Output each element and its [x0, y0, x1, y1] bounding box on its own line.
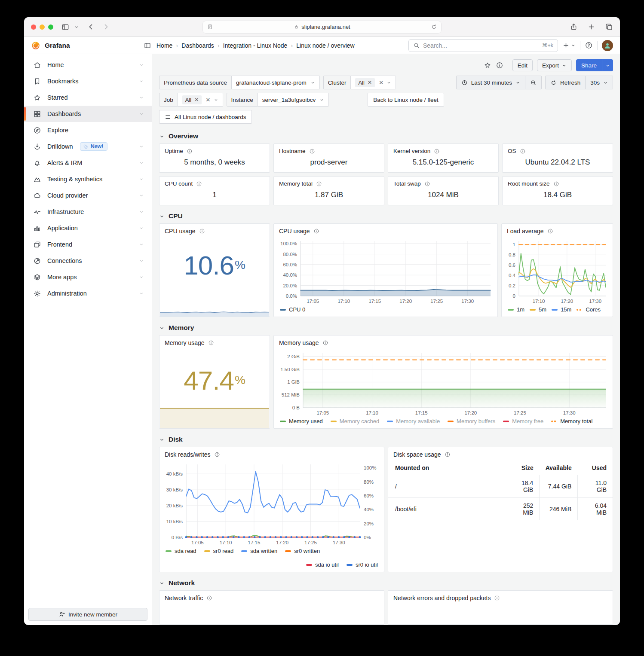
datasource-value[interactable]: grafanacloud-sliplane-prom [232, 76, 320, 89]
sidebar-item-administration[interactable]: Administration [24, 285, 152, 302]
legend-item-1m[interactable]: 1m [508, 306, 524, 313]
info-icon[interactable] [208, 340, 214, 346]
network-traffic-panel[interactable]: Network traffic [159, 590, 384, 625]
stat-panel-cpu-count[interactable]: CPU count1 [159, 176, 270, 205]
sidebar-item-cloud-provider[interactable]: Cloud provider [24, 187, 152, 204]
legend-item-cpu-0[interactable]: CPU 0 [280, 306, 305, 313]
refresh-button[interactable]: Refresh [546, 76, 585, 89]
info-icon[interactable] [494, 595, 500, 601]
legend-item-15m[interactable]: 15m [552, 306, 571, 313]
legend-item-memory-used[interactable]: Memory used [280, 418, 323, 424]
brand-name[interactable]: Grafana [45, 42, 70, 49]
chevron-down-icon[interactable] [139, 258, 144, 263]
export-button[interactable]: Export [537, 59, 572, 71]
section-overview[interactable]: Overview [159, 132, 613, 140]
sidebar-item-testing-synthetics[interactable]: Testing & synthetics [24, 171, 152, 187]
stat-panel-hostname[interactable]: Hostnameprod-server [273, 143, 384, 173]
info-icon[interactable] [547, 228, 553, 234]
sidebar-item-drilldown[interactable]: DrilldownNew! [24, 138, 152, 155]
all-dashboards-button[interactable]: All Linux node / dashboards [159, 110, 252, 124]
legend-item-sr0-written[interactable]: sr0 written [285, 548, 320, 554]
chevron-down-icon[interactable] [139, 209, 144, 214]
user-avatar[interactable] [602, 40, 613, 51]
info-icon[interactable] [309, 148, 315, 154]
job-value[interactable]: All✕ ✕ [178, 93, 223, 107]
breadcrumb-item-integration-linux-node[interactable]: Integration - Linux Node [223, 42, 287, 49]
tab-overview-icon[interactable] [605, 23, 613, 31]
chevron-down-icon[interactable] [139, 226, 144, 231]
add-new-button[interactable] [562, 42, 576, 49]
sidebar-item-explore[interactable]: Explore [24, 122, 152, 138]
share-dropdown-button[interactable] [602, 59, 613, 71]
table-header-used[interactable]: Used [578, 461, 613, 475]
chevron-down-icon[interactable] [139, 291, 144, 296]
sidebar-item-home[interactable]: Home [24, 57, 152, 73]
info-icon[interactable] [313, 228, 319, 234]
section-disk[interactable]: Disk [159, 436, 613, 443]
help-icon[interactable] [585, 41, 593, 49]
remove-tag-icon[interactable]: ✕ [368, 79, 372, 85]
legend-item-sr0-io-util[interactable]: sr0 io util [347, 561, 378, 568]
stat-panel-uptime[interactable]: Uptime5 months, 0 weeks [159, 143, 270, 173]
sidebar-item-connections[interactable]: Connections [24, 253, 152, 269]
sidebar-item-infrastructure[interactable]: Infrastructure [24, 204, 152, 220]
info-icon[interactable] [553, 181, 559, 187]
info-icon[interactable] [520, 148, 526, 154]
legend-item-cores[interactable]: Cores [577, 306, 601, 313]
refresh-interval-picker[interactable]: 30s [585, 76, 613, 89]
chevron-down-icon[interactable] [139, 275, 144, 280]
search-input[interactable] [423, 42, 539, 49]
legend-item-sr0-read[interactable]: sr0 read [204, 548, 234, 554]
chevron-down-icon[interactable] [139, 160, 144, 165]
disk-space-usage-panel[interactable]: Disk space usage Mounted onSizeAvailable… [388, 447, 613, 572]
info-icon[interactable] [206, 595, 212, 601]
sidebar-item-application[interactable]: Application [24, 220, 152, 236]
sidebar-item-frontend[interactable]: Frontend [24, 236, 152, 253]
invite-new-member-button[interactable]: Invite new member [28, 608, 147, 621]
info-icon[interactable] [199, 228, 205, 234]
maximize-window-button[interactable] [48, 24, 53, 30]
reader-icon[interactable] [207, 24, 213, 30]
sidebar-item-starred[interactable]: Starred [24, 89, 152, 106]
disk-reads-writes-chart[interactable]: 17:0517:1017:1517:2017:2517:300 B/s10 kB… [162, 460, 381, 546]
stat-panel-memory-total[interactable]: Memory total1.87 GiB [273, 176, 384, 205]
minimize-window-button[interactable] [40, 24, 45, 30]
cpu-usage-chart[interactable]: 17:0517:1017:1517:2017:2517:300.0%20.0%4… [276, 237, 495, 305]
remove-tag-icon[interactable]: ✕ [194, 97, 199, 103]
clear-icon[interactable]: ✕ [205, 96, 210, 103]
favorite-star-icon[interactable] [484, 61, 491, 69]
legend-item-memory-available[interactable]: Memory available [387, 418, 440, 424]
zoom-out-button[interactable] [525, 76, 541, 89]
table-header-available[interactable]: Available [540, 461, 578, 475]
time-range-picker[interactable]: Last 30 minutes [457, 76, 525, 89]
chevron-down-icon[interactable] [139, 177, 144, 182]
cluster-value[interactable]: All✕ ✕ [351, 76, 396, 89]
breadcrumb-item-home[interactable]: Home [156, 42, 172, 49]
sidebar-item-dashboards[interactable]: Dashboards [24, 106, 152, 122]
share-page-icon[interactable] [570, 23, 578, 31]
chevron-down-icon[interactable] [139, 144, 144, 149]
chevron-down-icon[interactable] [139, 62, 144, 67]
sidebar-item-bookmarks[interactable]: Bookmarks [24, 73, 152, 89]
back-button[interactable] [87, 23, 95, 31]
legend-item-sda-io-util[interactable]: sda io util [306, 561, 339, 568]
cpu-usage-stat-panel[interactable]: CPU usage 10.6% [159, 223, 270, 317]
table-header-mounted-on[interactable]: Mounted on [388, 461, 505, 475]
legend-item-memory-buffers[interactable]: Memory buffers [448, 418, 495, 424]
cpu-usage-chart-panel[interactable]: CPU usage 17:0517:1017:1517:2017:2517:30… [273, 223, 498, 317]
disk-reads-writes-panel[interactable]: Disk reads/writes 17:0517:1017:1517:2017… [159, 447, 384, 572]
legend-item-sda-written[interactable]: sda written [241, 548, 277, 554]
stat-panel-root-mount-size[interactable]: Root mount size18.4 GiB [502, 176, 613, 205]
memory-usage-stat-panel[interactable]: Memory usage 47.4% [159, 335, 270, 429]
info-icon[interactable] [445, 452, 451, 458]
chevron-down-icon[interactable] [139, 242, 144, 247]
address-bar[interactable]: sliplane.grafana.net [202, 21, 442, 34]
legend-item-memory-cached[interactable]: Memory cached [331, 418, 379, 424]
info-icon[interactable] [214, 452, 220, 458]
network-errors-panel[interactable]: Network errors and dropped packets [388, 590, 613, 625]
share-button[interactable]: Share [576, 59, 602, 71]
memory-usage-chart[interactable]: 17:0517:1017:1517:2017:2517:300 B512 MiB… [276, 348, 610, 417]
chevron-down-icon[interactable] [139, 95, 144, 100]
info-icon[interactable] [316, 181, 322, 187]
sidebar-item-more-apps[interactable]: More apps [24, 269, 152, 285]
